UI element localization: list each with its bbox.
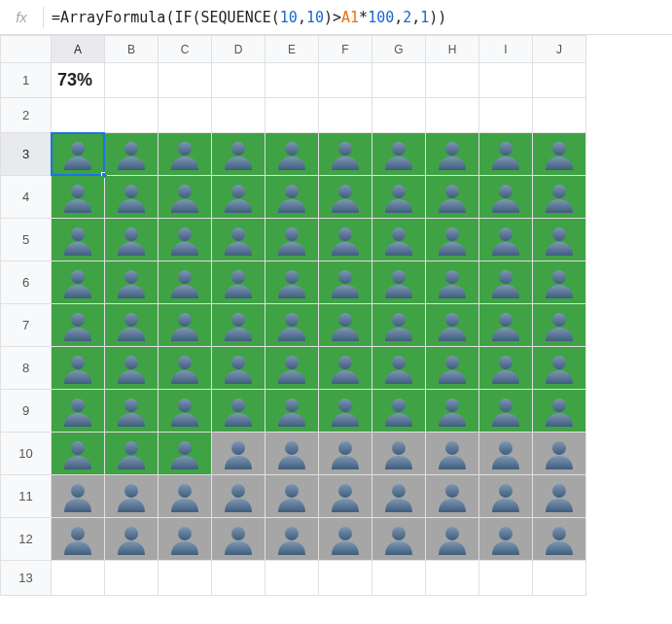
row-header-1[interactable]: 1	[1, 63, 52, 98]
cell-D5[interactable]	[212, 219, 265, 261]
cell-G10[interactable]	[372, 433, 426, 475]
cell-I10[interactable]	[479, 433, 533, 475]
cell-B1[interactable]	[105, 63, 159, 98]
cell-D7[interactable]	[212, 304, 265, 347]
cell-H12[interactable]	[426, 518, 479, 561]
cell-A12[interactable]	[52, 518, 105, 561]
cell-G13[interactable]	[372, 561, 426, 596]
cell-G11[interactable]	[372, 475, 426, 518]
cell-E6[interactable]	[265, 261, 319, 304]
cell-J4[interactable]	[533, 176, 586, 219]
cell-I12[interactable]	[479, 518, 533, 561]
cell-B6[interactable]	[105, 261, 159, 304]
cell-D8[interactable]	[212, 347, 265, 390]
cell-G5[interactable]	[372, 219, 426, 261]
cell-J5[interactable]	[533, 219, 586, 261]
cell-E13[interactable]	[265, 561, 319, 596]
cell-J7[interactable]	[533, 304, 586, 347]
cell-C5[interactable]	[159, 219, 212, 261]
cell-F6[interactable]	[319, 261, 372, 304]
cell-J8[interactable]	[533, 347, 586, 390]
cell-B12[interactable]	[105, 518, 159, 561]
cell-H5[interactable]	[426, 219, 479, 261]
cell-G3[interactable]	[372, 133, 426, 176]
cell-F8[interactable]	[319, 347, 372, 390]
row-header-5[interactable]: 5	[1, 219, 52, 261]
cell-E1[interactable]	[265, 63, 319, 98]
column-header-G[interactable]: G	[372, 36, 426, 63]
cell-H10[interactable]	[426, 433, 479, 475]
cell-D4[interactable]	[212, 176, 265, 219]
column-header-H[interactable]: H	[426, 36, 479, 63]
row-header-8[interactable]: 8	[1, 347, 52, 390]
cell-B13[interactable]	[105, 561, 159, 596]
cell-C1[interactable]	[159, 63, 212, 98]
column-header-I[interactable]: I	[479, 36, 533, 63]
cell-A7[interactable]	[52, 304, 105, 347]
cell-B5[interactable]	[105, 219, 159, 261]
cell-C4[interactable]	[159, 176, 212, 219]
cell-J9[interactable]	[533, 390, 586, 433]
cell-A11[interactable]	[52, 475, 105, 518]
cell-H6[interactable]	[426, 261, 479, 304]
cell-C11[interactable]	[159, 475, 212, 518]
cell-I11[interactable]	[479, 475, 533, 518]
cell-F9[interactable]	[319, 390, 372, 433]
cell-D13[interactable]	[212, 561, 265, 596]
cell-G2[interactable]	[372, 98, 426, 133]
cell-D10[interactable]	[212, 433, 265, 475]
cell-A5[interactable]	[52, 219, 105, 261]
row-header-13[interactable]: 13	[1, 561, 52, 596]
cell-C13[interactable]	[159, 561, 212, 596]
cell-D12[interactable]	[212, 518, 265, 561]
cell-B9[interactable]	[105, 390, 159, 433]
cell-A10[interactable]	[52, 433, 105, 475]
cell-E2[interactable]	[265, 98, 319, 133]
cell-J10[interactable]	[533, 433, 586, 475]
cell-B2[interactable]	[105, 98, 159, 133]
column-header-J[interactable]: J	[533, 36, 586, 63]
cell-G7[interactable]	[372, 304, 426, 347]
cell-E7[interactable]	[265, 304, 319, 347]
cell-F11[interactable]	[319, 475, 372, 518]
cell-J6[interactable]	[533, 261, 586, 304]
cell-B7[interactable]	[105, 304, 159, 347]
cell-B8[interactable]	[105, 347, 159, 390]
cell-H8[interactable]	[426, 347, 479, 390]
cell-D11[interactable]	[212, 475, 265, 518]
cell-E5[interactable]	[265, 219, 319, 261]
row-header-11[interactable]: 11	[1, 475, 52, 518]
cell-A6[interactable]	[52, 261, 105, 304]
cell-F3[interactable]	[319, 133, 372, 176]
column-header-B[interactable]: B	[105, 36, 159, 63]
cell-J11[interactable]	[533, 475, 586, 518]
cell-J1[interactable]	[533, 63, 586, 98]
column-header-F[interactable]: F	[319, 36, 372, 63]
cell-H7[interactable]	[426, 304, 479, 347]
cell-C6[interactable]	[159, 261, 212, 304]
cell-A4[interactable]	[52, 176, 105, 219]
column-header-E[interactable]: E	[265, 36, 319, 63]
cell-C12[interactable]	[159, 518, 212, 561]
cell-D2[interactable]	[212, 98, 265, 133]
cell-G8[interactable]	[372, 347, 426, 390]
cell-C10[interactable]	[159, 433, 212, 475]
cell-J13[interactable]	[533, 561, 586, 596]
row-header-10[interactable]: 10	[1, 433, 52, 475]
cell-I1[interactable]	[479, 63, 533, 98]
cell-A9[interactable]	[52, 390, 105, 433]
formula-input[interactable]: =ArrayFormula(IF(SEQUENCE(10,10)>A1*100,…	[52, 9, 446, 26]
row-header-6[interactable]: 6	[1, 261, 52, 304]
select-all-corner[interactable]	[1, 36, 52, 63]
cell-D9[interactable]	[212, 390, 265, 433]
row-header-12[interactable]: 12	[1, 518, 52, 561]
row-header-7[interactable]: 7	[1, 304, 52, 347]
cell-E10[interactable]	[265, 433, 319, 475]
row-header-9[interactable]: 9	[1, 390, 52, 433]
cell-I8[interactable]	[479, 347, 533, 390]
cell-I7[interactable]	[479, 304, 533, 347]
cell-H1[interactable]	[426, 63, 479, 98]
column-header-A[interactable]: A	[52, 36, 105, 63]
cell-F12[interactable]	[319, 518, 372, 561]
cell-E8[interactable]	[265, 347, 319, 390]
